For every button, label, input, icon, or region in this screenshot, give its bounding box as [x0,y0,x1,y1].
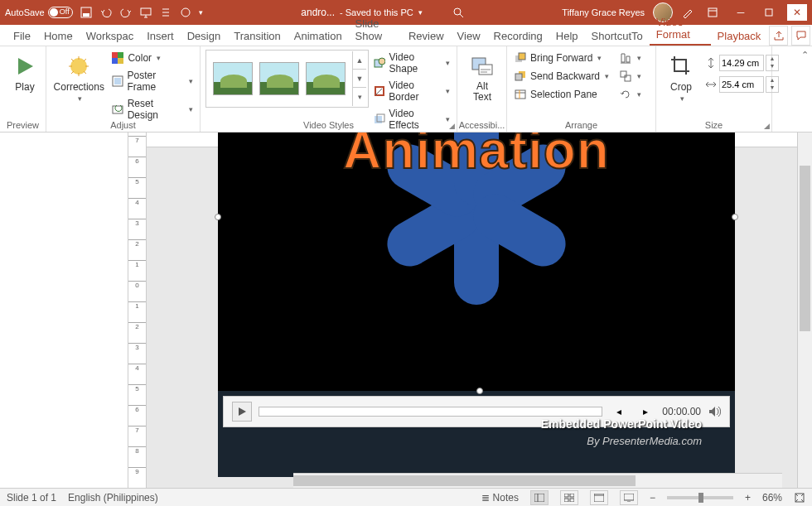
minimize-icon[interactable]: ─ [731,4,751,21]
width-up[interactable]: ▲ [766,77,778,84]
svg-rect-31 [570,494,574,497]
zoom-level[interactable]: 66% [762,492,782,504]
video-seek-bar[interactable] [259,407,602,417]
tab-recording[interactable]: Recording [487,27,549,46]
bring-forward-button[interactable]: Bring Forward▾ [512,50,611,66]
search-icon[interactable] [452,7,464,18]
comments-icon[interactable] [791,26,810,46]
share-icon[interactable] [769,26,788,46]
corrections-button[interactable]: Corrections ▾ [51,50,106,106]
tab-transition[interactable]: Transition [227,27,288,46]
color-button[interactable]: Color▾ [109,50,195,66]
vertical-scrollbar[interactable] [797,133,812,488]
present-icon[interactable] [139,6,152,19]
tab-playback[interactable]: Playback [711,27,768,46]
style-thumb-1[interactable] [213,62,253,95]
svg-rect-8 [112,52,118,58]
collapse-ribbon-icon[interactable]: ⌃ [801,50,809,60]
maximize-icon[interactable] [759,4,779,21]
slide-subtitle: Embedded PowerPoint Video [541,417,702,431]
fit-to-window-icon[interactable] [794,492,805,504]
svg-point-3 [181,8,190,17]
poster-frame-button[interactable]: Poster Frame▾ [109,68,195,94]
video-styles-launcher-icon[interactable]: ◢ [449,122,455,130]
style-thumb-3[interactable] [306,62,346,95]
selection-pane-button[interactable]: Selection Pane [512,86,611,103]
play-button[interactable]: Play [5,50,45,96]
reset-design-button[interactable]: Reset Design▾ [109,96,195,123]
tab-insert[interactable]: Insert [140,27,181,46]
reading-view-icon[interactable] [590,490,608,505]
redo-icon[interactable] [119,6,133,19]
tab-review[interactable]: Review [402,27,451,46]
tab-home[interactable]: Home [37,27,80,46]
tab-file[interactable]: File [7,27,37,46]
gallery-more-icon[interactable]: ▾ [353,88,366,106]
video-shape-button[interactable]: Video Shape▾ [372,50,452,76]
zoom-out-icon[interactable]: − [650,492,655,504]
ribbon: Play Preview Corrections ▾ Color▾ Poster… [0,46,812,133]
tab-workspace[interactable]: Workspac [80,27,141,46]
slideshow-view-icon[interactable] [620,490,638,505]
gallery-down-icon[interactable]: ▼ [353,70,366,88]
list-icon[interactable] [159,6,172,19]
tab-video-format[interactable]: Video Format [650,12,711,46]
svg-rect-32 [564,499,568,502]
tab-view[interactable]: View [451,27,487,46]
width-down[interactable]: ▼ [766,84,778,92]
tab-animation[interactable]: Animation [288,27,349,46]
sorter-view-icon[interactable] [560,490,578,505]
align-button[interactable]: ▾ [617,50,643,66]
width-field[interactable] [719,76,764,93]
gallery-up-icon[interactable]: ▲ [353,51,366,70]
size-launcher-icon[interactable]: ◢ [764,122,770,130]
crop-button[interactable]: Crop ▾ [661,50,701,106]
zoom-slider[interactable] [667,496,733,499]
corrections-label: Corrections [54,81,104,93]
horizontal-scrollbar[interactable] [293,473,782,488]
shape-icon[interactable] [179,6,192,19]
svg-rect-13 [114,78,121,84]
tab-shortcut[interactable]: ShortcutTo [585,27,650,46]
height-field[interactable] [719,55,764,71]
height-down[interactable]: ▼ [766,63,778,70]
height-up[interactable]: ▲ [766,55,778,63]
svg-rect-27 [621,71,626,77]
normal-view-icon[interactable] [530,490,549,505]
slide-panel[interactable] [0,133,128,488]
notes-button[interactable]: ≣ Notes [481,492,519,504]
undo-icon[interactable] [99,6,113,19]
ribbon-tabs: File Home Workspac Insert Design Transit… [0,25,812,46]
autosave-toggle[interactable]: AutoSave Off [5,7,73,18]
close-icon[interactable]: ✕ [787,4,807,21]
alt-text-button[interactable]: Alt Text [462,50,502,106]
group-button[interactable]: ▾ [617,68,643,84]
svg-rect-26 [515,90,525,99]
rotate-button[interactable]: ▾ [617,86,643,103]
tab-design[interactable]: Design [181,27,227,46]
play-label: Play [15,81,34,93]
send-backward-button[interactable]: Send Backward▾ [512,68,611,84]
video-time: 00:00.00 [662,406,701,417]
tab-slideshow[interactable]: Slide Show [349,14,402,46]
language[interactable]: English (Philippines) [68,492,158,504]
style-thumb-2[interactable] [259,62,299,95]
svg-rect-10 [112,58,118,64]
video-border-button[interactable]: Video Border▾ [372,78,452,104]
slide-counter[interactable]: Slide 1 of 1 [7,492,56,504]
user-name[interactable]: Tiffany Grace Reyes [562,7,645,17]
group-preview: Preview [0,120,46,130]
video-play-button[interactable] [232,402,252,422]
slide-canvas[interactable]: FPPT Animation ◂ ▸ 00:00.00 Embedded Pow… [147,133,797,488]
slide[interactable]: FPPT Animation ◂ ▸ 00:00.00 Embedded Pow… [218,147,735,477]
crop-label: Crop [670,81,692,93]
volume-icon[interactable] [708,405,721,418]
video-styles-gallery[interactable]: ▲ ▼ ▾ [205,50,369,108]
save-icon[interactable] [80,6,93,19]
tab-help[interactable]: Help [549,27,585,46]
zoom-in-icon[interactable]: + [745,492,751,504]
vertical-ruler: 76543210123456789 [128,133,147,488]
width-icon [704,78,718,91]
svg-rect-30 [564,494,568,497]
video-object[interactable]: FPPT Animation [218,133,735,391]
